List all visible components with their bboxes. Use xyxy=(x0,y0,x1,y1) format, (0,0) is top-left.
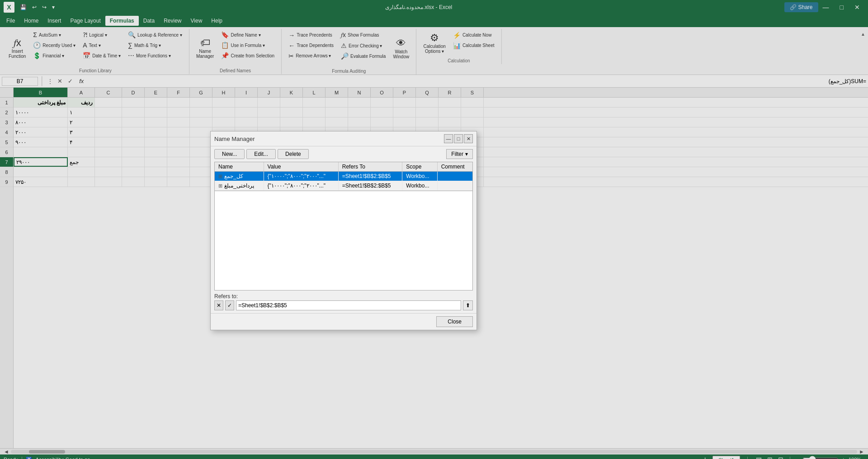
col-header-refers-to: Refers To xyxy=(338,162,402,172)
filter-label: Filter xyxy=(451,151,463,157)
name-manager-delete-button[interactable]: Delete xyxy=(278,149,309,159)
col-header-value: Value xyxy=(264,162,338,172)
col-header-scope: Scope xyxy=(402,162,437,172)
row-scope-cell: Workbo... xyxy=(402,181,437,191)
filter-dropdown-icon: ▾ xyxy=(465,151,468,157)
name-manager-row[interactable]: ⊞کل_جمع {"۱۰۰۰۰";"۸۰۰۰";"۲۰۰۰"..." =Shee… xyxy=(215,172,472,181)
name-manager-table-wrapper: Name Value Refers To Scope Comment ⊞کل_ج… xyxy=(214,162,473,191)
row-comment-cell xyxy=(437,172,472,181)
row-name-cell: ⊞کل_جمع xyxy=(215,172,264,181)
name-icon: ⊞ xyxy=(218,183,222,188)
col-header-name: Name xyxy=(215,162,264,172)
row-refers-cell: =Sheet1!$B$2:$B$5 xyxy=(338,181,402,191)
name-manager-titlebar: Name Manager — □ ✕ xyxy=(211,131,476,146)
name-manager-close-footer-btn[interactable]: Close xyxy=(436,316,473,327)
name-manager-title: Name Manager xyxy=(214,136,444,142)
row-value-cell: {"۱۰۰۰۰";"۸۰۰۰";"۲۰۰۰"..." xyxy=(264,181,338,191)
row-scope-cell: Workbo... xyxy=(402,172,437,181)
name-manager-filter-button[interactable]: Filter ▾ xyxy=(446,149,473,159)
name-manager-table: Name Value Refers To Scope Comment ⊞کل_ج… xyxy=(215,162,472,191)
name-manager-row[interactable]: ⊞پرداختی_مبلغ {"۱۰۰۰۰";"۸۰۰۰";"۲۰۰۰"..."… xyxy=(215,181,472,191)
name-manager-maximize-btn[interactable]: □ xyxy=(454,134,463,143)
refers-to-row: ✕ ✓ ⬆ xyxy=(211,300,476,313)
refers-to-input[interactable] xyxy=(236,300,461,310)
name-manager-footer: Close xyxy=(211,313,476,330)
name-manager-table-header-row: Name Value Refers To Scope Comment xyxy=(215,162,472,172)
refers-to-label: Refers to: xyxy=(211,290,476,300)
name-manager-new-button[interactable]: New... xyxy=(214,149,245,159)
refers-confirm-button[interactable]: ✓ xyxy=(225,300,234,310)
name-manager-edit-button[interactable]: Edit... xyxy=(246,149,276,159)
name-manager-minimize-btn[interactable]: — xyxy=(444,134,453,143)
row-comment-cell xyxy=(437,181,472,191)
row-refers-cell: =Sheet1!$B$2:$B$5 xyxy=(338,172,402,181)
refers-expand-button[interactable]: ⬆ xyxy=(463,300,473,310)
refers-cancel-button[interactable]: ✕ xyxy=(214,300,223,310)
row-name-cell: ⊞پرداختی_مبلغ xyxy=(215,181,264,191)
name-manager-window-controls: — □ ✕ xyxy=(444,134,473,143)
name-manager-close-btn[interactable]: ✕ xyxy=(464,134,473,143)
col-header-comment: Comment xyxy=(437,162,472,172)
name-icon: ⊞ xyxy=(218,173,222,179)
name-manager-dialog: Name Manager — □ ✕ New... Edit... Delete… xyxy=(210,131,477,330)
name-manager-toolbar: New... Edit... Delete Filter ▾ xyxy=(211,146,476,162)
name-manager-empty-area xyxy=(214,191,473,290)
row-value-cell: {"۱۰۰۰۰";"۸۰۰۰";"۲۰۰۰"..." xyxy=(264,172,338,181)
